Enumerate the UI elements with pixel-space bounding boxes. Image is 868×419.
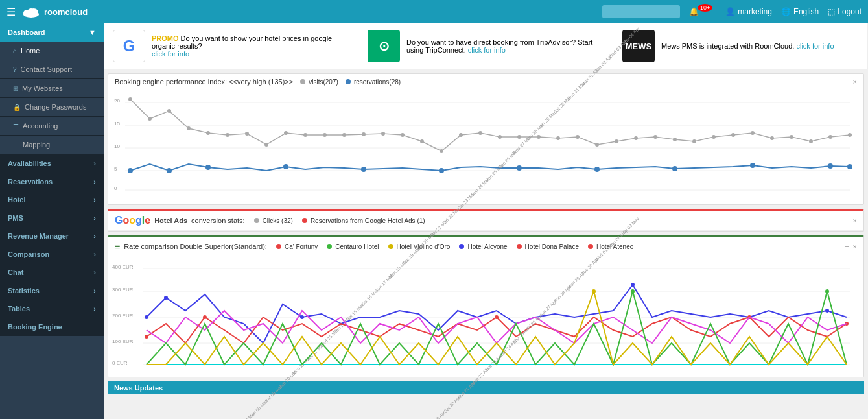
language-selector[interactable]: 🌐 English (781, 7, 819, 16)
comparison-label: Comparison (8, 250, 49, 258)
centauro-label: Centauro Hotel (335, 243, 379, 250)
user-menu[interactable]: 👤 marketing (725, 7, 772, 16)
rate-chart-svg: 400 EUR 300 EUR 200 EUR 100 EUR 0 EUR (111, 259, 853, 372)
promo-title: PROMO (152, 34, 179, 42)
svg-point-51 (361, 167, 366, 172)
svg-point-39 (712, 135, 716, 139)
sidebar-item-tables[interactable]: Tables › (0, 300, 104, 318)
svg-point-30 (537, 135, 541, 139)
sidebar-item-reservations[interactable]: Reservations › (0, 173, 104, 191)
svg-point-11 (167, 109, 171, 113)
promo-tripadvisor: ⊙ Do you want to have direct booking fro… (358, 23, 613, 69)
sidebar-item-hotel[interactable]: Hotel › (0, 191, 104, 209)
rate-title-text: Rate comparison Double Superior(Standard… (124, 243, 267, 250)
sidebar-item-booking[interactable]: Booking Engine (0, 318, 104, 336)
y-200: 200 EUR (112, 313, 134, 318)
booking-chart-header: Booking engine performance index: <<very… (108, 74, 863, 90)
svg-point-19 (323, 133, 327, 137)
svg-point-45 (828, 135, 832, 139)
promo-row: G PROMO Do you want to show your hotel p… (104, 23, 868, 69)
clicks-label: Clicks (32) (263, 217, 293, 224)
notification-badge: 10+ (698, 4, 712, 12)
svg-point-17 (284, 131, 288, 135)
y-label-0: 0 (114, 186, 117, 191)
svg-point-56 (750, 163, 755, 168)
svg-point-10 (148, 117, 152, 121)
search-input[interactable] (602, 5, 680, 18)
sidebar-item-dashboard[interactable]: Dashboard ▼ (0, 23, 104, 42)
svg-point-107 (825, 289, 829, 293)
question-icon: ? (13, 66, 17, 73)
expand-button[interactable]: + (845, 217, 849, 224)
websites-icon: ⊞ (13, 85, 18, 92)
chevron-right-icon6: › (93, 250, 96, 258)
sidebar-item-mapping[interactable]: ☰ Mapping (0, 136, 104, 154)
svg-point-13 (206, 131, 210, 135)
sidebar-item-availabilities[interactable]: Availabilities › (0, 154, 104, 173)
svg-point-49 (205, 165, 211, 170)
gha-res-dot (302, 218, 307, 223)
close-button[interactable]: × (853, 78, 857, 86)
svg-point-22 (381, 132, 385, 136)
svg-point-96 (145, 315, 148, 319)
google-promo-link[interactable]: click for info (152, 50, 189, 58)
reservations-dot (346, 79, 351, 84)
gha-res-label: Reservations from Google Hotel Ads (1) (311, 217, 425, 224)
chevron-right-icon4: › (93, 214, 96, 222)
gha-chart-panel: Google Hotel Ads conversion stats: Click… (108, 209, 864, 232)
svg-point-40 (731, 133, 735, 137)
username-label: marketing (738, 7, 772, 16)
svg-point-54 (594, 167, 600, 172)
chevron-right-icon: › (93, 160, 96, 167)
sidebar-item-chat[interactable]: Chat › (0, 263, 104, 281)
svg-point-35 (634, 136, 638, 140)
cloud-logo-icon (22, 5, 40, 18)
tables-label: Tables (8, 305, 30, 313)
svg-point-103 (495, 315, 499, 319)
sidebar-item-home[interactable]: ⌂ Home (0, 42, 104, 60)
svg-point-15 (245, 132, 249, 136)
booking-label: Booking Engine (8, 323, 62, 331)
minimize-button[interactable]: − (845, 78, 849, 86)
availabilities-label: Availabilities (8, 160, 51, 167)
logo: roomcloud (22, 5, 88, 18)
logo-text: roomcloud (44, 7, 88, 17)
legend-reservations: reservations(28) (346, 78, 401, 86)
accounting-icon: ☰ (13, 123, 19, 130)
sidebar-item-statistics[interactable]: Statistics › (0, 281, 104, 300)
reservations-label: Reservations (8, 178, 53, 186)
logout-button[interactable]: ⬚ Logout (828, 7, 862, 16)
chevron-right-icon7: › (93, 269, 96, 276)
sidebar-item-revenue[interactable]: Revenue Manager › (0, 227, 104, 245)
close-gha-button[interactable]: × (853, 217, 857, 224)
close-rate-button[interactable]: × (853, 243, 857, 250)
cafortuny-dot (276, 244, 281, 249)
promo-mews: MEWS Mews PMS is integrated with RoomClo… (613, 23, 868, 69)
notifications-button[interactable]: 🔔 10+ (689, 7, 716, 16)
svg-point-21 (362, 132, 366, 136)
passwords-label: Change Passwords (25, 103, 86, 111)
mews-promo-link[interactable]: click for info (796, 42, 834, 50)
websites-label: My Websites (22, 84, 63, 92)
y-label-20: 20 (114, 98, 120, 104)
svg-point-42 (770, 136, 774, 140)
chevron-right-icon5: › (93, 232, 96, 240)
svg-point-46 (848, 133, 852, 137)
chevron-right-icon2: › (93, 178, 96, 186)
sidebar-item-contact[interactable]: ? Contact Support (0, 60, 104, 79)
sidebar-item-pms[interactable]: PMS › (0, 209, 104, 227)
sidebar-item-comparison[interactable]: Comparison › (0, 245, 104, 263)
svg-point-47 (128, 168, 133, 173)
gha-title-text: Hotel Ads (154, 217, 187, 224)
svg-point-26 (459, 133, 463, 137)
y-label-5: 5 (114, 166, 117, 172)
tripadvisor-promo-link[interactable]: click for info (468, 46, 506, 54)
sidebar-item-accounting[interactable]: ☰ Accounting (0, 117, 104, 136)
sidebar-item-passwords[interactable]: 🔒 Change Passwords (0, 98, 104, 117)
svg-point-101 (145, 335, 148, 339)
mews-logo: MEWS (622, 30, 655, 62)
hamburger-icon[interactable]: ☰ (6, 6, 16, 18)
minimize-rate-button[interactable]: − (845, 243, 849, 250)
dashboard-label: Dashboard (8, 29, 45, 36)
sidebar-item-websites[interactable]: ⊞ My Websites (0, 79, 104, 98)
